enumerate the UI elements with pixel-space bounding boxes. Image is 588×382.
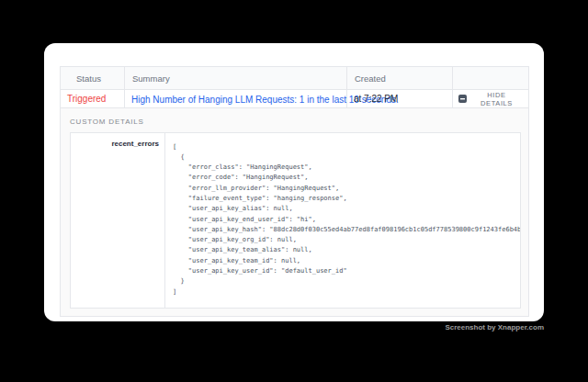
table-row: Triggered High Number of Hanging LLM Req… bbox=[61, 90, 529, 108]
hide-details-button[interactable]: HIDE DETAILS bbox=[458, 91, 523, 107]
watermark-text: Screenshot by Xnapper.com bbox=[445, 323, 544, 331]
hide-details-label: HIDE DETAILS bbox=[470, 91, 523, 107]
desktop-background: Status Summary Created Triggered High Nu… bbox=[0, 0, 588, 382]
column-header-actions bbox=[453, 67, 529, 90]
column-header-summary: Summary bbox=[125, 67, 347, 90]
alert-details-card: Status Summary Created Triggered High Nu… bbox=[44, 43, 544, 321]
status-badge: Triggered bbox=[61, 90, 125, 108]
details-row: CUSTOM DETAILS recent_errors [ { "error_… bbox=[61, 107, 529, 316]
custom-details-box: recent_errors [ { "error_class": "Hangin… bbox=[70, 132, 521, 309]
column-header-created: Created bbox=[347, 67, 453, 90]
details-key-label: recent_errors bbox=[71, 133, 165, 308]
minus-square-icon bbox=[458, 95, 467, 103]
table-header-row: Status Summary Created bbox=[61, 67, 529, 90]
custom-details-panel: CUSTOM DETAILS recent_errors [ { "error_… bbox=[61, 108, 528, 316]
column-header-status: Status bbox=[61, 67, 125, 90]
alerts-table: Status Summary Created Triggered High Nu… bbox=[60, 66, 529, 317]
custom-details-title: CUSTOM DETAILS bbox=[70, 118, 521, 126]
details-json-value: [ { "error_class": "HangingRequest", "er… bbox=[165, 133, 520, 308]
